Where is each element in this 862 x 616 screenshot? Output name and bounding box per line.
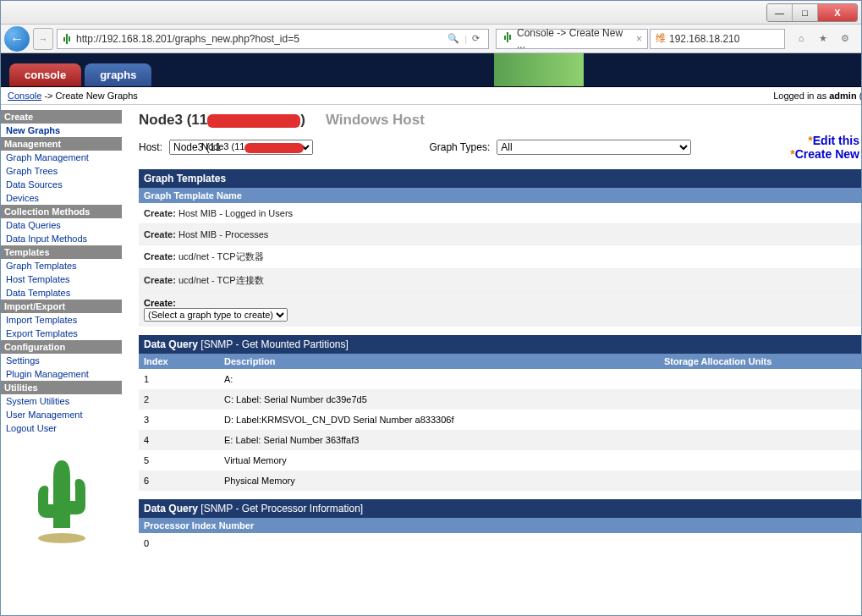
sidebar-section-templates: Templates xyxy=(1,245,122,259)
sidebar-item-graph-templates[interactable]: Graph Templates xyxy=(1,259,122,272)
sidebar-section-create: Create xyxy=(1,110,122,124)
sidebar-section-configuration: Configuration xyxy=(1,340,122,354)
tab-graphs[interactable]: graphs xyxy=(85,63,151,86)
graph-types-label: Graph Types: xyxy=(429,141,490,153)
page-title: Node3 (11) Windows Host xyxy=(139,112,861,129)
browser-chrome-icons: ⌂ ★ ⚙ xyxy=(788,33,858,44)
sidebar-section-management: Management xyxy=(1,137,122,151)
graph-type-select[interactable]: (Select a graph type to create) xyxy=(144,308,288,322)
refresh-icon[interactable]: ⟳ xyxy=(472,33,480,44)
create-label: Create: xyxy=(144,298,176,308)
sidebar-section-collection: Collection Methods xyxy=(1,205,122,218)
graph-types-select[interactable]: All xyxy=(497,140,691,155)
sidebar-item-data-queries[interactable]: Data Queries xyxy=(1,218,122,232)
host-filter-row: Host: Node3 (11 Node3 (11 Graph Types: A… xyxy=(139,134,861,161)
host-select[interactable]: Node3 (11 xyxy=(169,140,313,155)
search-icon[interactable]: 🔍 xyxy=(447,33,459,44)
edit-host-link[interactable]: Edit this Host xyxy=(790,134,861,147)
home-icon[interactable]: ⌂ xyxy=(793,33,809,44)
favicon-icon xyxy=(61,33,73,45)
table-row[interactable]: 3D: Label:KRMSVOL_CN_DVD Serial Number a… xyxy=(139,410,861,430)
dq1-rows: 1A:2C: Label: Serial Number dc39e7d53D: … xyxy=(139,369,861,491)
breadcrumb: Console -> Create New Graphs Logged in a… xyxy=(1,87,861,105)
breadcrumb-page: Create New Graphs xyxy=(56,91,138,101)
sidebar-item-data-input[interactable]: Data Input Methods xyxy=(1,232,122,245)
browser-tab-active[interactable]: Console -> Create New ... × xyxy=(496,29,648,49)
favicon-icon xyxy=(502,31,513,46)
login-status: Logged in as admin (Logout xyxy=(773,91,861,101)
sidebar-item-settings[interactable]: Settings xyxy=(1,354,122,367)
page-title-text: Node3 (11 xyxy=(139,112,207,128)
favorites-icon[interactable]: ★ xyxy=(815,33,831,44)
window-titlebar: — □ X xyxy=(1,1,861,25)
login-user: admin xyxy=(829,91,856,101)
tab-close-icon[interactable]: × xyxy=(636,33,642,45)
page-viewport: console graphs Console -> Create New Gra… xyxy=(1,53,861,615)
main-tabs: console graphs xyxy=(9,63,151,86)
browser-tab-title: 192.168.18.210 xyxy=(669,33,739,45)
graph-template-create-row: Create: (Select a graph type to create) xyxy=(139,293,861,327)
sidebar-item-plugin-management[interactable]: Plugin Management xyxy=(1,367,122,381)
browser-tab-title: Console -> Create New ... xyxy=(517,27,633,51)
table-row[interactable]: 6Physical Memory xyxy=(139,470,861,491)
cacti-logo-icon xyxy=(24,443,100,553)
sidebar-item-user-management[interactable]: User Management xyxy=(1,408,122,421)
redacted-ip xyxy=(207,114,300,128)
panel-header-dq2: Data Query [SNMP - Get Processor Informa… xyxy=(139,499,861,518)
table-row[interactable]: 4E: Label: Serial Number 363ffaf3 xyxy=(139,430,861,450)
sidebar-item-new-graphs[interactable]: New Graphs xyxy=(1,124,122,137)
login-prefix: Logged in as xyxy=(773,91,829,101)
col-graph-template-name: Graph Template Name xyxy=(144,190,861,201)
window-maximize-button[interactable]: □ xyxy=(793,4,818,21)
window-minimize-button[interactable]: — xyxy=(767,4,793,21)
create-host-link[interactable]: Create New Host xyxy=(790,147,861,161)
dq2-title: Data Query xyxy=(144,503,198,514)
sidebar-item-graph-trees[interactable]: Graph Trees xyxy=(1,164,122,178)
sidebar-item-system-utilities[interactable]: System Utilities xyxy=(1,394,122,408)
breadcrumb-sep: -> xyxy=(44,91,55,101)
url-controls: 🔍 | ⟳ xyxy=(442,33,485,44)
graph-template-rows: Create: Host MIB - Logged in UsersCreate… xyxy=(139,203,861,293)
col-processor-index: Processor Index Number xyxy=(144,520,861,531)
table-row[interactable]: 5Virtual Memory xyxy=(139,450,861,470)
page-scroll[interactable]: console graphs Console -> Create New Gra… xyxy=(1,53,861,615)
dq1-subtitle: [SNMP - Get Mounted Partitions] xyxy=(198,338,349,350)
sidebar-section-utilities: Utilities xyxy=(1,381,122,394)
breadcrumb-root[interactable]: Console xyxy=(8,91,41,101)
svg-point-0 xyxy=(38,533,85,543)
sidebar-item-host-templates[interactable]: Host Templates xyxy=(1,272,122,286)
sidebar-item-graph-management[interactable]: Graph Management xyxy=(1,151,122,164)
table-header-dq2: Processor Index Number xyxy=(139,518,861,533)
sidebar-item-export-templates[interactable]: Export Templates xyxy=(1,327,122,340)
sidebar-section-importexport: Import/Export xyxy=(1,300,122,313)
table-row[interactable]: 0 xyxy=(139,533,861,553)
table-row[interactable]: Create: Host MIB - Logged in Users xyxy=(139,203,861,224)
window-close-button[interactable]: X xyxy=(818,4,857,21)
tools-icon[interactable]: ⚙ xyxy=(837,33,853,44)
nav-forward-button[interactable]: → xyxy=(33,28,53,50)
nav-back-button[interactable]: ← xyxy=(4,26,30,52)
sidebar-item-data-sources[interactable]: Data Sources xyxy=(1,178,122,191)
sidebar-item-devices[interactable]: Devices xyxy=(1,191,122,205)
sidebar-item-data-templates[interactable]: Data Templates xyxy=(1,286,122,300)
browser-tab[interactable]: 维 192.168.18.210 xyxy=(650,29,785,49)
app-banner: console graphs xyxy=(1,53,861,87)
browser-tabs: Console -> Create New ... × 维 192.168.18… xyxy=(496,29,785,49)
sidebar-item-logout-user[interactable]: Logout User xyxy=(1,421,122,435)
dq2-subtitle: [SNMP - Get Processor Information] xyxy=(198,503,363,514)
host-label: Host: xyxy=(139,141,162,153)
col-storage-units: Storage Allocation Units xyxy=(664,356,861,366)
url-bar[interactable]: 🔍 | ⟳ xyxy=(57,29,489,49)
table-row[interactable]: 2C: Label: Serial Number dc39e7d5 xyxy=(139,389,861,410)
page-subtitle: Windows Host xyxy=(326,112,425,129)
sidebar-item-import-templates[interactable]: Import Templates xyxy=(1,313,122,327)
page-title-suffix: ) xyxy=(300,112,305,128)
window-controls: — □ X xyxy=(766,3,858,22)
tab-console[interactable]: console xyxy=(9,63,81,86)
url-input[interactable] xyxy=(76,33,442,45)
table-row[interactable]: Create: Host MIB - Processes xyxy=(139,224,861,245)
table-row[interactable]: Create: ucd/net - TCP记数器 xyxy=(139,245,861,269)
panel-header-dq1: Data Query [SNMP - Get Mounted Partition… xyxy=(139,335,861,354)
table-row[interactable]: 1A: xyxy=(139,369,861,389)
table-row[interactable]: Create: ucd/net - TCP连接数 xyxy=(139,269,861,293)
